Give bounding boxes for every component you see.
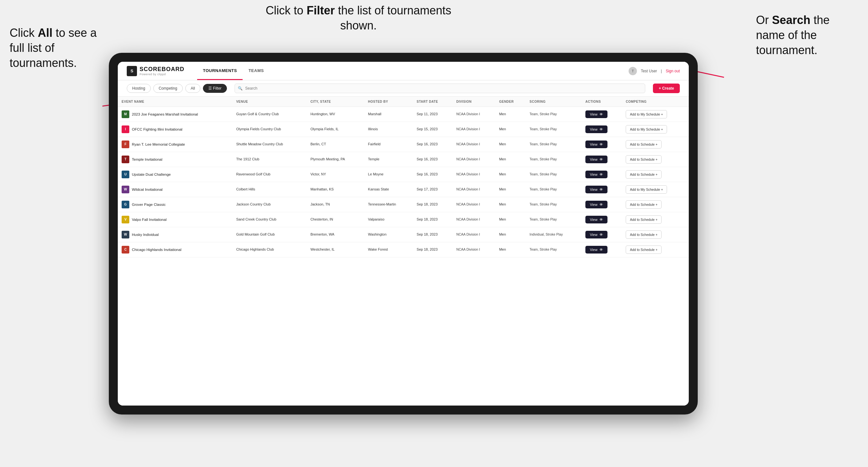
eye-icon: 👁 [599, 203, 603, 207]
eye-icon: 👁 [599, 143, 603, 146]
venue-cell: Guyan Golf & Country Club [232, 107, 307, 122]
view-label: View [590, 203, 597, 207]
city-state-cell: Bremerton, WA [307, 227, 364, 242]
start-date-cell: Sep 18, 2023 [413, 212, 453, 227]
eye-icon: 👁 [599, 233, 603, 237]
city-state-cell: Chesterton, IN [307, 212, 364, 227]
eye-icon: 👁 [599, 157, 603, 161]
view-button[interactable]: View 👁 [585, 141, 608, 148]
view-button[interactable]: View 👁 [585, 216, 608, 223]
division-cell: NCAA Division I [453, 242, 495, 257]
event-name-cell: M 2023 Joe Feaganes Marshall Invitationa… [118, 107, 232, 122]
view-button[interactable]: View 👁 [585, 246, 608, 253]
table-row: U Upstate Dual Challenge Ravenwood Golf … [118, 167, 689, 182]
signout-link[interactable]: Sign out [666, 69, 680, 73]
competing-cell: Add to Schedule + [622, 167, 689, 182]
competing-cell: Add to My Schedule + [622, 122, 689, 137]
view-button[interactable]: View 👁 [585, 186, 608, 193]
filter-button[interactable]: ☰ Filter [203, 84, 227, 93]
event-name-cell: V Valpo Fall Invitational [118, 212, 232, 227]
col-scoring: SCORING [526, 97, 582, 107]
view-label: View [590, 248, 597, 252]
event-name-cell: T Temple Invitational [118, 152, 232, 167]
add-to-schedule-button[interactable]: Add to Schedule + [626, 230, 661, 239]
view-button[interactable]: View 👁 [585, 231, 608, 239]
division-cell: NCAA Division I [453, 197, 495, 212]
add-to-schedule-button[interactable]: Add to My Schedule + [626, 110, 667, 118]
add-to-schedule-button[interactable]: Add to Schedule + [626, 246, 661, 254]
gender-cell: Men [495, 242, 526, 257]
scoring-cell: Team, Stroke Play [526, 122, 582, 137]
table-container: EVENT NAME VENUE CITY, STATE HOSTED BY S… [118, 97, 689, 406]
table-row: T Temple Invitational The 1912 Club Plym… [118, 152, 689, 167]
competing-cell: Add to My Schedule + [622, 107, 689, 122]
actions-cell: View 👁 [582, 197, 622, 212]
view-label: View [590, 127, 597, 131]
add-schedule-label: Add to My Schedule + [630, 188, 663, 191]
team-logo: W [122, 231, 129, 239]
venue-cell: Chicago Highlands Club [232, 242, 307, 257]
venue-cell: Gold Mountain Golf Club [232, 227, 307, 242]
col-event-name: EVENT NAME [118, 97, 232, 107]
competing-button[interactable]: Competing [153, 84, 183, 93]
view-button[interactable]: View 👁 [585, 201, 608, 208]
team-logo: T [122, 156, 129, 163]
col-division: DIVISION [453, 97, 495, 107]
hosted-by-cell: Marshall [364, 107, 413, 122]
create-button[interactable]: + Create [653, 84, 680, 93]
city-state-cell: Victor, NY [307, 167, 364, 182]
view-label: View [590, 157, 597, 161]
nav-tabs: TOURNAMENTS TEAMS [197, 62, 270, 80]
event-name-cell: G Grover Page Classic [118, 197, 232, 212]
add-to-schedule-button[interactable]: Add to Schedule + [626, 170, 661, 179]
search-box: 🔍 [235, 84, 645, 93]
nav-tab-tournaments[interactable]: TOURNAMENTS [197, 62, 243, 80]
col-competing: COMPETING [622, 97, 689, 107]
search-input[interactable] [235, 84, 645, 93]
table-row: M 2023 Joe Feaganes Marshall Invitationa… [118, 107, 689, 122]
table-row: I OFCC Fighting Illini Invitational Olym… [118, 122, 689, 137]
actions-cell: View 👁 [582, 152, 622, 167]
view-button[interactable]: View 👁 [585, 156, 608, 163]
add-to-schedule-button[interactable]: Add to Schedule + [626, 215, 661, 224]
view-button[interactable]: View 👁 [585, 111, 608, 118]
app-header: S SCOREBOARD Powered by clippd TOURNAMEN… [118, 62, 689, 80]
nav-tab-teams[interactable]: TEAMS [243, 62, 270, 80]
team-logo: V [122, 216, 129, 223]
add-to-schedule-button[interactable]: Add to Schedule + [626, 155, 661, 163]
col-start-date: START DATE [413, 97, 453, 107]
add-to-schedule-button[interactable]: Add to Schedule + [626, 200, 661, 209]
division-cell: NCAA Division I [453, 152, 495, 167]
hosting-button[interactable]: Hosting [127, 84, 151, 93]
city-state-cell: Olympia Fields, IL [307, 122, 364, 137]
eye-icon: 👁 [599, 218, 603, 221]
logo-subtitle: Powered by clippd [140, 73, 184, 76]
add-to-schedule-button[interactable]: Add to My Schedule + [626, 125, 667, 133]
all-button[interactable]: All [185, 84, 200, 93]
add-to-schedule-button[interactable]: Add to My Schedule + [626, 185, 667, 194]
team-logo: M [122, 111, 129, 118]
event-name-text: Ryan T. Lee Memorial Collegiate [132, 142, 185, 147]
table-header-row: EVENT NAME VENUE CITY, STATE HOSTED BY S… [118, 97, 689, 107]
actions-cell: View 👁 [582, 167, 622, 182]
competing-cell: Add to Schedule + [622, 212, 689, 227]
event-name-cell: W Husky Individual [118, 227, 232, 242]
scoring-cell: Team, Stroke Play [526, 197, 582, 212]
actions-cell: View 👁 [582, 227, 622, 242]
event-name-cell: C Chicago Highlands Invitational [118, 242, 232, 257]
add-to-schedule-button[interactable]: Add to Schedule + [626, 140, 661, 149]
annotation-topcenter: Click to Filter the list of tournaments … [262, 3, 455, 33]
view-button[interactable]: View 👁 [585, 170, 608, 178]
start-date-cell: Sep 18, 2023 [413, 197, 453, 212]
event-name-text: Temple Invitational [132, 157, 162, 162]
table-row: F Ryan T. Lee Memorial Collegiate Shuttl… [118, 137, 689, 152]
gender-cell: Men [495, 122, 526, 137]
competing-cell: Add to Schedule + [622, 197, 689, 212]
view-button[interactable]: View 👁 [585, 125, 608, 133]
event-name-text: OFCC Fighting Illini Invitational [132, 127, 182, 132]
venue-cell: Colbert Hills [232, 182, 307, 197]
eye-icon: 👁 [599, 248, 603, 252]
eye-icon: 👁 [599, 173, 603, 176]
view-label: View [590, 188, 597, 191]
gender-cell: Men [495, 227, 526, 242]
